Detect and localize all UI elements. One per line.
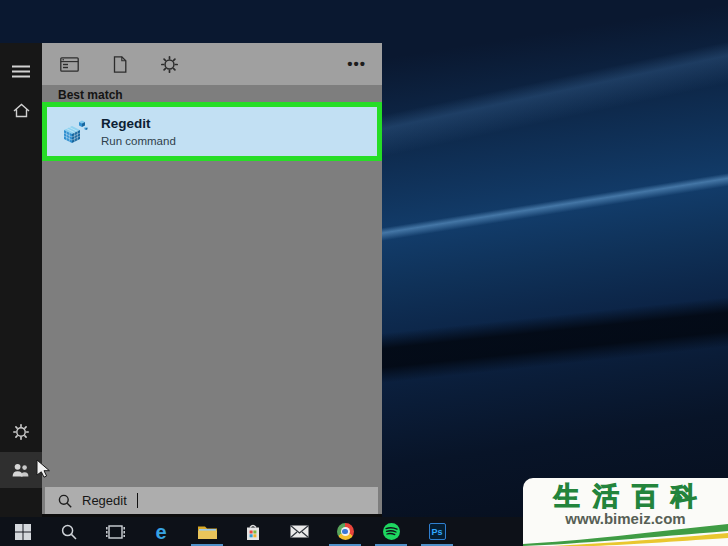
taskbar-item-edge[interactable]: e [138, 517, 184, 546]
spotify-icon [383, 523, 400, 540]
accounts-icon [12, 463, 30, 478]
watermark-swoosh-graphic [523, 523, 728, 546]
gear-icon [13, 424, 29, 440]
desktop: ••• Best match Regedit Run command [0, 0, 728, 546]
section-header-best-match: Best match [58, 88, 123, 102]
windows-logo-icon [15, 524, 31, 540]
file-explorer-icon [197, 524, 218, 540]
task-view-icon [106, 525, 125, 539]
tab-apps[interactable] [58, 55, 81, 74]
search-icon [61, 524, 77, 540]
sidebar-item-home[interactable] [0, 92, 42, 128]
mail-icon [290, 525, 309, 538]
store-icon [245, 523, 261, 541]
search-input-value: Regedit [82, 493, 127, 508]
settings-filter-icon [161, 56, 178, 73]
chrome-icon [337, 523, 354, 540]
watermark-title: 生活百科 [523, 481, 728, 511]
documents-filter-icon [113, 56, 127, 73]
taskbar-item-file-explorer[interactable] [184, 517, 230, 546]
taskbar-item-mail[interactable] [276, 517, 322, 546]
start-sidebar [0, 43, 42, 517]
start-button[interactable] [0, 517, 46, 546]
taskbar-item-spotify[interactable] [368, 517, 414, 546]
taskbar-item-photoshop[interactable]: Ps [414, 517, 460, 546]
photoshop-icon: Ps [429, 523, 446, 540]
watermark: 生活百科 www.bimeiz.com [523, 478, 728, 546]
apps-filter-icon [60, 57, 79, 72]
result-subtitle: Run command [101, 134, 176, 148]
text-caret [137, 493, 139, 508]
search-input[interactable]: Regedit [45, 487, 378, 514]
search-icon [58, 494, 72, 508]
more-options-button[interactable]: ••• [347, 59, 366, 69]
taskbar-item-store[interactable] [230, 517, 276, 546]
edge-icon: e [155, 522, 166, 542]
regedit-icon [60, 118, 88, 146]
result-title: Regedit [101, 116, 176, 132]
home-icon [13, 103, 30, 118]
result-text: Regedit Run command [101, 116, 176, 148]
mouse-cursor [36, 459, 51, 478]
tab-documents[interactable] [111, 54, 129, 75]
search-filter-bar: ••• [42, 43, 382, 85]
hamburger-icon [12, 65, 30, 78]
sidebar-item-settings[interactable] [0, 414, 42, 450]
expand-menu-button[interactable] [0, 53, 42, 89]
task-view-button[interactable] [92, 517, 138, 546]
tab-settings[interactable] [159, 54, 180, 75]
search-result-regedit[interactable]: Regedit Run command [42, 102, 382, 161]
taskbar-search-button[interactable] [46, 517, 92, 546]
taskbar-item-chrome[interactable] [322, 517, 368, 546]
search-flyout: ••• Best match Regedit Run command [42, 43, 382, 517]
